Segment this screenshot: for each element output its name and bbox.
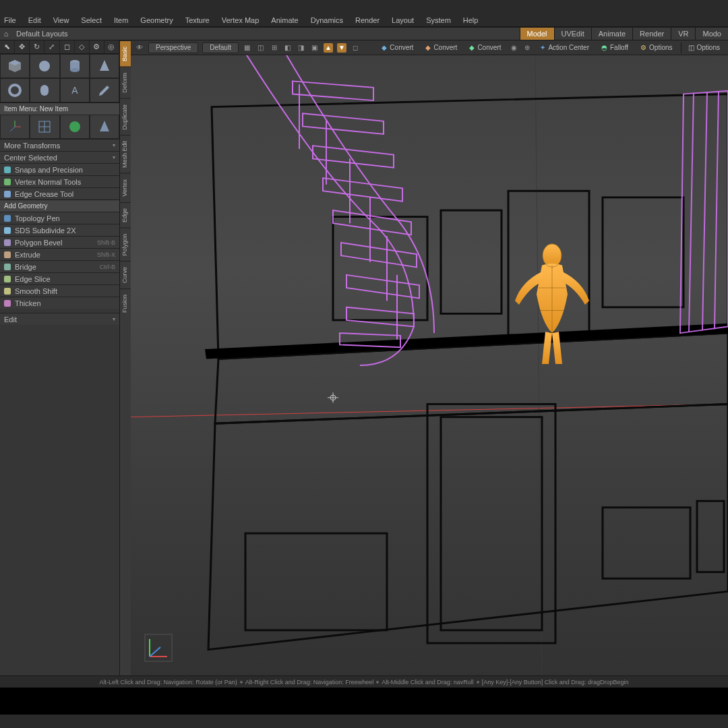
svg-point-3 <box>70 68 80 72</box>
vtab-vertex[interactable]: Vertex <box>120 173 131 202</box>
select-icon-3[interactable]: ⚙ <box>90 40 104 53</box>
3d-viewport[interactable] <box>131 55 728 675</box>
vp-icon-5[interactable]: ◨ <box>297 43 306 53</box>
tool-polygon-bevel[interactable]: Polygon BevelShift-B <box>0 236 119 248</box>
vp-icon-9[interactable]: ◻ <box>351 43 360 53</box>
center-selected-dropdown[interactable]: Center Selected▾ <box>0 151 119 163</box>
tab-modo[interactable]: Modo <box>695 28 728 40</box>
shading-dropdown[interactable]: Default <box>202 42 239 53</box>
primitive-pen[interactable] <box>90 78 119 102</box>
menu-vertexmap[interactable]: Vertex Map <box>222 16 260 24</box>
tab-vr[interactable]: VR <box>671 28 695 40</box>
layout-bar: ⌂ Default Layouts Model UVEdit Animate R… <box>0 27 728 40</box>
menu-texture[interactable]: Texture <box>185 16 210 24</box>
transform-cone-icon[interactable] <box>90 115 119 139</box>
edge-crease-tool[interactable]: Edge Crease Tool <box>0 187 119 200</box>
primitive-cylinder[interactable] <box>60 54 90 78</box>
svg-point-8 <box>69 121 80 132</box>
select-icon-2[interactable]: ◇ <box>75 40 90 53</box>
axis-gizmo[interactable] <box>144 634 173 662</box>
transform-sphere-icon[interactable] <box>60 115 90 139</box>
transform-grid-icon[interactable] <box>30 115 59 139</box>
vp-icon-1[interactable]: ▦ <box>243 43 252 53</box>
transform-icons <box>0 115 119 139</box>
pivot-marker <box>328 392 338 402</box>
primitive-cube[interactable] <box>0 54 30 78</box>
vp-icon-4[interactable]: ◧ <box>283 43 293 53</box>
primitive-torus[interactable] <box>0 78 30 102</box>
tab-uvedit[interactable]: UVEdit <box>554 28 591 40</box>
menu-layout[interactable]: Layout <box>392 16 414 24</box>
primitive-row-1 <box>0 54 119 78</box>
menu-help[interactable]: Help <box>463 16 479 24</box>
transform-axes-icon[interactable] <box>0 115 30 139</box>
vtab-polygon[interactable]: Polygon <box>120 228 131 262</box>
tool-topology-pen[interactable]: Topology Pen <box>0 212 119 224</box>
menu-animate[interactable]: Animate <box>271 16 298 24</box>
select-icon[interactable]: ◻ <box>60 40 75 53</box>
primitive-sphere[interactable] <box>30 54 59 78</box>
tool-bridge[interactable]: BridgeCtrl-B <box>0 260 119 272</box>
vtab-deform[interactable]: Deform <box>120 67 131 98</box>
tool-smooth-shift[interactable]: Smooth Shift <box>0 284 119 297</box>
menu-item[interactable]: Item <box>114 16 128 24</box>
tool-extrude[interactable]: ExtrudeShift-X <box>0 248 119 260</box>
primitive-cone[interactable] <box>90 54 119 78</box>
menu-system[interactable]: System <box>426 16 451 24</box>
menu-render[interactable]: Render <box>355 16 380 24</box>
snaps-precision[interactable]: Snaps and Precision <box>0 163 119 175</box>
menu-view[interactable]: View <box>53 16 69 24</box>
svg-line-28 <box>715 92 719 330</box>
status-hint-3: Alt-Middle Click and Drag: navRoll <box>382 679 474 686</box>
tool-sds-subdivide[interactable]: SDS Subdivide 2X <box>0 224 119 236</box>
edit-dropdown[interactable]: Edit▾ <box>0 313 119 325</box>
vtab-basic[interactable]: Basic <box>120 40 131 67</box>
convert-button-2[interactable]: ◆Convert <box>421 42 461 53</box>
view-dropdown[interactable]: Perspective <box>148 42 198 53</box>
menu-edit[interactable]: Edit <box>28 16 41 24</box>
vertex-normal-tools[interactable]: Vertex Normal Tools <box>0 175 119 187</box>
tool-edge-slice[interactable]: Edge Slice <box>0 272 119 284</box>
tab-model[interactable]: Model <box>520 28 554 40</box>
menubar: File Edit View Select Item Geometry Text… <box>0 13 728 27</box>
action-center-button[interactable]: ✦Action Center <box>536 42 593 53</box>
vp-icon-2[interactable]: ◫ <box>256 43 266 53</box>
options-button-2[interactable]: ◫Options <box>681 42 724 53</box>
menu-file[interactable]: File <box>4 16 16 24</box>
falloff-button[interactable]: ◓Falloff <box>597 42 632 53</box>
convert-button-3[interactable]: ◆Convert <box>465 42 505 53</box>
vp-icon-6[interactable]: ▣ <box>310 43 320 53</box>
home-icon[interactable]: ⌂ <box>0 30 12 38</box>
tab-render[interactable]: Render <box>632 28 671 40</box>
convert-button-1[interactable]: ◆Convert <box>377 42 417 53</box>
select-move-icon[interactable]: ✥ <box>15 40 30 53</box>
vtab-fusion[interactable]: Fusion <box>120 289 131 318</box>
more-transforms-dropdown[interactable]: More Transforms▾ <box>0 139 119 151</box>
primitive-text[interactable]: A <box>60 78 90 102</box>
vp-icon-b[interactable]: ⊕ <box>522 43 532 53</box>
vp-icon-a[interactable]: ◉ <box>509 43 518 53</box>
vtab-edge[interactable]: Edge <box>120 202 131 228</box>
select-scale-icon[interactable]: ⤢ <box>44 40 59 53</box>
item-menu-header[interactable]: Item Menu: New Item <box>0 102 119 115</box>
tab-animate[interactable]: Animate <box>591 28 632 40</box>
primitive-capsule[interactable] <box>30 78 59 102</box>
layout-label: Default Layouts <box>16 30 67 38</box>
vp-icon-3[interactable]: ⊞ <box>270 43 279 53</box>
svg-point-0 <box>39 61 50 71</box>
menu-geometry[interactable]: Geometry <box>140 16 173 24</box>
select-icon-4[interactable]: ◎ <box>104 40 119 53</box>
tool-thicken[interactable]: Thicken <box>0 297 119 309</box>
main-area: ⬉ ✥ ↻ ⤢ ◻ ◇ ⚙ ◎ A <box>0 40 728 675</box>
viewport-eye-icon[interactable]: 👁 <box>135 43 144 53</box>
vp-icon-8[interactable]: ▼ <box>337 43 346 53</box>
menu-dynamics[interactable]: Dynamics <box>311 16 343 24</box>
vtab-curve[interactable]: Curve <box>120 261 131 289</box>
options-button-1[interactable]: ⚙Options <box>636 42 676 53</box>
select-arrow-icon[interactable]: ⬉ <box>0 40 15 53</box>
vtab-meshedit[interactable]: Mesh Edit <box>120 135 131 173</box>
vtab-duplicate[interactable]: Duplicate <box>120 98 131 135</box>
menu-select[interactable]: Select <box>81 16 102 24</box>
vp-icon-7[interactable]: ▲ <box>324 43 333 53</box>
select-rotate-icon[interactable]: ↻ <box>30 40 44 53</box>
